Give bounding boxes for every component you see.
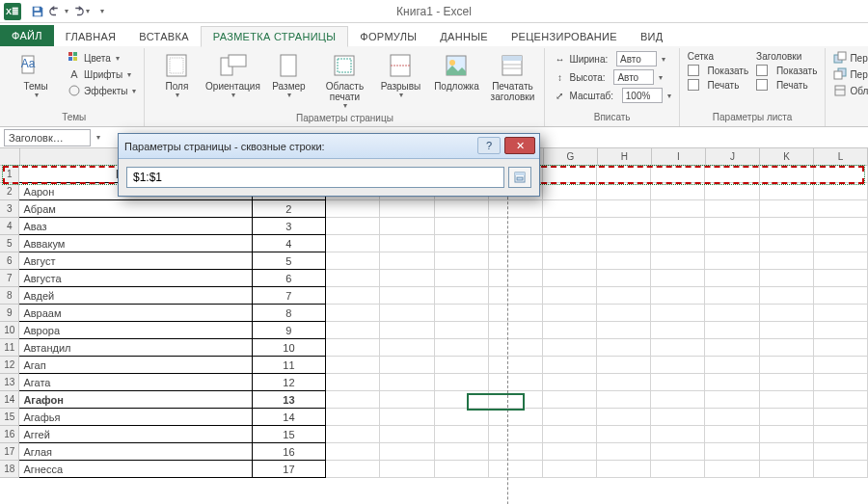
cell[interactable]	[651, 218, 705, 235]
cell[interactable]	[651, 409, 705, 426]
row-header[interactable]: 18	[0, 461, 19, 478]
tab-page-layout[interactable]: РАЗМЕТКА СТРАНИЦЫ	[201, 26, 349, 47]
selection-pane[interactable]: Область выделения	[831, 83, 868, 98]
cell[interactable]: 7	[253, 287, 327, 305]
cell[interactable]	[814, 287, 868, 305]
cell[interactable]	[435, 374, 489, 391]
cell[interactable]	[380, 374, 434, 391]
cell[interactable]	[380, 443, 434, 461]
row-header[interactable]: 5	[0, 235, 19, 252]
cell[interactable]	[326, 200, 380, 218]
row-header[interactable]: 4	[0, 218, 19, 235]
cell[interactable]	[760, 391, 814, 409]
print-area-button[interactable]: Область печати▾	[318, 50, 370, 113]
cell[interactable]	[380, 391, 434, 409]
cell[interactable]: Аввакум	[19, 235, 252, 252]
cell[interactable]	[597, 357, 651, 374]
row-header[interactable]: 10	[0, 322, 19, 339]
tab-insert[interactable]: ВСТАВКА	[127, 27, 200, 46]
cell[interactable]	[705, 339, 759, 357]
cell[interactable]	[543, 235, 597, 252]
namebox-caret-icon[interactable]: ▾	[96, 133, 100, 142]
cell[interactable]	[651, 391, 705, 409]
cell[interactable]	[326, 270, 380, 287]
cell[interactable]	[597, 461, 651, 478]
cell[interactable]	[326, 322, 380, 339]
cell[interactable]: 14	[253, 409, 327, 426]
scale-width[interactable]: ↔Ширина: Авто▾	[551, 50, 672, 67]
cell[interactable]: Август	[19, 252, 252, 270]
cell[interactable]	[597, 322, 651, 339]
cell[interactable]	[651, 166, 705, 183]
row-header[interactable]: 11	[0, 339, 19, 357]
cell[interactable]	[326, 391, 380, 409]
cell[interactable]: Аврора	[19, 322, 252, 339]
cell[interactable]: 15	[253, 426, 327, 443]
cell[interactable]	[380, 200, 434, 218]
print-titles-button[interactable]: Печатать заголовки	[486, 50, 538, 104]
cell[interactable]	[705, 461, 759, 478]
cell[interactable]	[489, 443, 543, 461]
cell[interactable]	[814, 235, 868, 252]
cell[interactable]	[760, 339, 814, 357]
cell[interactable]	[760, 374, 814, 391]
cell[interactable]	[543, 287, 597, 305]
cell[interactable]	[760, 461, 814, 478]
cell[interactable]	[760, 270, 814, 287]
cell[interactable]	[380, 426, 434, 443]
cell[interactable]	[651, 183, 705, 200]
cell[interactable]	[705, 322, 759, 339]
cell[interactable]: Агнесса	[19, 461, 252, 478]
margins-button[interactable]: Поля▾	[150, 50, 203, 102]
orientation-button[interactable]: Ориентация▾	[206, 50, 258, 102]
redo-icon[interactable]: ▾	[69, 2, 91, 21]
cell[interactable]	[435, 252, 489, 270]
cell[interactable]	[705, 252, 759, 270]
cell[interactable]	[760, 287, 814, 305]
cell[interactable]	[326, 305, 380, 322]
cell[interactable]	[760, 200, 814, 218]
dialog-close-button[interactable]: ✕	[504, 137, 535, 154]
cell[interactable]	[760, 443, 814, 461]
cell[interactable]	[760, 252, 814, 270]
cell[interactable]	[760, 357, 814, 374]
cell[interactable]	[760, 305, 814, 322]
column-header[interactable]: L	[814, 148, 868, 166]
row-header[interactable]: 9	[0, 305, 19, 322]
cell[interactable]	[435, 409, 489, 426]
cell[interactable]	[705, 270, 759, 287]
cell[interactable]	[597, 183, 651, 200]
row-header[interactable]: 16	[0, 426, 19, 443]
cell[interactable]	[543, 270, 597, 287]
cell[interactable]	[814, 374, 868, 391]
cell[interactable]	[543, 322, 597, 339]
cell[interactable]: Авдей	[19, 287, 252, 305]
cell[interactable]	[651, 200, 705, 218]
name-box[interactable]: Заголовк…	[4, 129, 91, 146]
cell[interactable]	[651, 461, 705, 478]
cell[interactable]	[597, 305, 651, 322]
cell[interactable]	[705, 409, 759, 426]
head-show[interactable]: Показать	[754, 64, 819, 77]
cell[interactable]	[760, 235, 814, 252]
cell[interactable]	[489, 426, 543, 443]
column-header[interactable]: J	[706, 148, 760, 166]
cell[interactable]: Агап	[19, 357, 252, 374]
grid-show[interactable]: Показать	[686, 64, 750, 77]
row-header[interactable]: 1	[0, 166, 19, 183]
cell[interactable]: Августа	[19, 270, 252, 287]
cell[interactable]	[760, 426, 814, 443]
cell[interactable]	[326, 461, 380, 478]
row-header[interactable]: 7	[0, 270, 19, 287]
cell[interactable]	[760, 409, 814, 426]
tab-review[interactable]: РЕЦЕНЗИРОВАНИЕ	[500, 27, 629, 46]
cell[interactable]	[543, 252, 597, 270]
cell[interactable]: Авраам	[19, 305, 252, 322]
cell[interactable]	[814, 183, 868, 200]
cell[interactable]	[597, 339, 651, 357]
cell[interactable]: Агата	[19, 374, 252, 391]
cell[interactable]	[814, 461, 868, 478]
cell[interactable]	[651, 235, 705, 252]
range-picker-dialog[interactable]: Параметры страницы - сквозные строки: ? …	[118, 133, 540, 197]
tab-formulas[interactable]: ФОРМУЛЫ	[348, 27, 428, 46]
